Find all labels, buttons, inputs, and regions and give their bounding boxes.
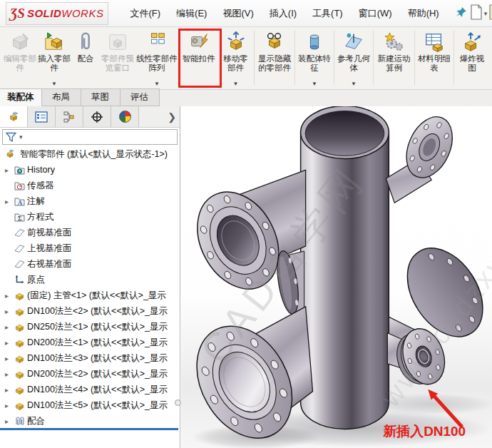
bill-of-materials-button[interactable]: 材料明细表 [416, 29, 452, 88]
tab-evaluate[interactable]: 评估 [120, 88, 160, 106]
feature-tree: 智能零部件 (默认<默认_显示状态-1>) ▸ History ▸ 传感器 ▸ … [0, 146, 180, 429]
new-motion-study-icon [384, 31, 405, 54]
main-pipe[interactable] [301, 106, 389, 429]
component-preview-window-button[interactable]: 零部件预览窗口 [100, 29, 135, 88]
open-document-icon[interactable] [488, 4, 492, 22]
sensors-folder-icon [14, 180, 27, 190]
tree-item-main-pipe[interactable]: ▸ (固定) 主管<1> (默认<<默认>_显示 [0, 287, 180, 303]
smart-fasteners-button[interactable]: 智能扣件 [178, 29, 219, 88]
3d-model-pipe-assembly[interactable]: CAD自学网 www.cadzxw.com 新插入DN100 [181, 106, 492, 448]
svg-text:A: A [18, 199, 23, 206]
expand-arrow-icon[interactable]: ▸ [5, 307, 14, 315]
property-manager-tab[interactable] [28, 106, 56, 127]
move-component-icon [225, 31, 247, 54]
feature-manager-panel: ❯ ▾ 智能零部件 (默认<默认_显示状态-1>) ▸ History ▸ 传感… [0, 106, 180, 448]
origin-axes-icon [14, 275, 27, 285]
toolbar-separator [294, 31, 295, 85]
tree-item-front-plane[interactable]: ▸ 前视基准面 [0, 225, 180, 240]
exploded-view-button[interactable]: 爆炸视图 [456, 29, 488, 88]
tree-root-assembly[interactable]: 智能零部件 (默认<默认_显示状态-1>) [0, 146, 180, 162]
plane-icon [14, 243, 27, 253]
expand-arrow-icon[interactable]: ▸ [5, 370, 14, 378]
tree-item-history[interactable]: ▸ History [0, 162, 180, 178]
reference-geometry-icon [343, 31, 364, 54]
display-manager-tab[interactable] [111, 106, 139, 127]
expand-arrow-icon[interactable]: ▸ [5, 402, 14, 409]
dropdown-caret-icon[interactable]: ▼ [154, 81, 160, 88]
part-icon [14, 337, 27, 348]
tree-item-origin[interactable]: ▸ 原点 [0, 272, 180, 287]
annotation-label: 新插入DN100 [382, 424, 466, 439]
tree-item-mates[interactable]: ▸ 配合 [0, 413, 180, 429]
configuration-manager-tab[interactable] [56, 106, 83, 127]
dropdown-caret-icon[interactable]: ▼ [312, 81, 317, 88]
expand-arrow-icon[interactable]: ▸ [5, 292, 14, 300]
tree-item-dn200-flange-2[interactable]: ▸ DN200法兰<2> (默认<<默认>_显示 [0, 366, 180, 382]
tree-item-dn200-flange-1[interactable]: ▸ DN200法兰<1> (默认<<默认>_显示 [0, 335, 180, 350]
expand-arrow-icon[interactable]: ▸ [5, 417, 14, 425]
assembly-features-button[interactable]: 装配体特征 ▼ [297, 29, 332, 88]
expand-arrow-icon[interactable]: ▸ [5, 323, 14, 331]
tree-item-dn100-flange-4[interactable]: ▸ DN100法兰<4> (默认<<默认>_显示 [0, 382, 180, 397]
tree-item-dn100-flange-5[interactable]: ▸ DN100法兰<5> (默认<<默认>_显示 [0, 397, 180, 413]
menu-insert[interactable]: 插入(I) [263, 4, 303, 23]
feature-manager-tab[interactable] [0, 106, 28, 127]
expand-arrow-icon[interactable]: ▸ [5, 198, 14, 205]
tree-item-dn100-flange-3[interactable]: ▸ DN100法兰<3> (默认<<默认>_显示 [0, 350, 180, 366]
reference-geometry-button[interactable]: 参考几何体 ▼ [336, 29, 371, 88]
menu-help[interactable]: 帮助(H) [401, 4, 446, 23]
part-icon [14, 306, 27, 317]
menu-view[interactable]: 视图(V) [216, 4, 260, 23]
menu-file[interactable]: 文件(F) [124, 4, 168, 23]
tree-item-dn100-flange-2[interactable]: ▸ DN100法兰<2> (默认<<默认>_显示 [0, 303, 180, 319]
dropdown-caret-icon[interactable]: ▼ [233, 81, 239, 88]
new-document-icon[interactable] [470, 4, 483, 22]
quick-doc-icons: ▾ [467, 0, 492, 27]
menu-edit[interactable]: 编辑(E) [170, 4, 213, 23]
tree-item-top-plane[interactable]: ▸ 上视基准面 [0, 240, 180, 256]
expand-arrow-icon[interactable]: ▸ [5, 386, 14, 394]
mate-button[interactable]: 配合 [71, 29, 100, 88]
assembly-tree-icon [7, 111, 20, 123]
new-motion-study-button[interactable]: 新建运动算例 [375, 29, 413, 88]
tree-item-dn250-flange-1[interactable]: ▸ DN250法兰<1> (默认<<默认>_显示 [0, 319, 180, 335]
tree-item-annotations[interactable]: ▸ A 注解 [0, 193, 180, 209]
linear-component-pattern-icon [146, 31, 168, 54]
solidworks-logo: ƷS SOLIDWORKS [6, 2, 108, 25]
dropdown-caret-icon[interactable]: ▼ [351, 81, 357, 88]
new-document-caret-icon[interactable]: ▾ [484, 10, 488, 17]
pin-menu-icon[interactable] [456, 6, 467, 20]
tree-filter-box[interactable]: ▾ [2, 129, 178, 145]
toolbar-separator [453, 31, 454, 85]
menu-window[interactable]: 窗口(W) [352, 4, 399, 23]
panel-expand-arrow[interactable]: ❯ [164, 106, 180, 127]
move-component-button[interactable]: 移动零部件 ▼ [219, 29, 252, 88]
dropdown-caret-icon[interactable]: ▼ [51, 81, 57, 88]
show-hidden-components-button[interactable]: 显示隐藏的零部件 [256, 29, 293, 88]
edit-component-button[interactable]: 编辑零部件 [3, 29, 37, 88]
tree-item-sensors[interactable]: ▸ 传感器 [0, 178, 180, 193]
tree-item-right-plane[interactable]: ▸ 右视基准面 [0, 256, 180, 272]
expand-arrow-icon[interactable]: ▸ [5, 339, 14, 347]
tab-assembly[interactable]: 装配体 [0, 88, 42, 106]
flange-dn100-upper-right[interactable] [386, 110, 461, 203]
filter-funnel-icon [6, 132, 16, 143]
mates-paperclip-icon [14, 416, 27, 427]
part-icon [14, 385, 27, 395]
tree-item-equations[interactable]: ▸ Σ 方程式 [0, 209, 180, 225]
graphics-viewport[interactable]: CAD自学网 www.cadzxw.com 新插入DN100 [181, 106, 492, 448]
tab-layout[interactable]: 布局 [41, 88, 81, 106]
linear-component-pattern-button[interactable]: 线性零部件阵列 ▼ [135, 29, 178, 88]
expand-arrow-icon[interactable]: ▸ [5, 166, 14, 174]
tab-sketch[interactable]: 草图 [81, 88, 121, 106]
rollback-bar[interactable] [0, 428, 178, 430]
filter-caret-icon[interactable]: ▾ [19, 133, 23, 141]
expand-arrow-icon[interactable]: ▸ [5, 355, 14, 362]
main-menu: 文件(F) 编辑(E) 视图(V) 插入(I) 工具(T) 窗口(W) 帮助(H… [124, 4, 446, 23]
insert-component-button[interactable]: 插入零部件 ▼ [37, 29, 71, 88]
dimxpert-manager-tab[interactable] [83, 106, 111, 127]
menu-tools[interactable]: 工具(T) [306, 4, 349, 23]
splitter-grip[interactable] [175, 399, 181, 406]
assembly-features-icon [304, 31, 325, 54]
edit-component-icon [9, 31, 31, 54]
